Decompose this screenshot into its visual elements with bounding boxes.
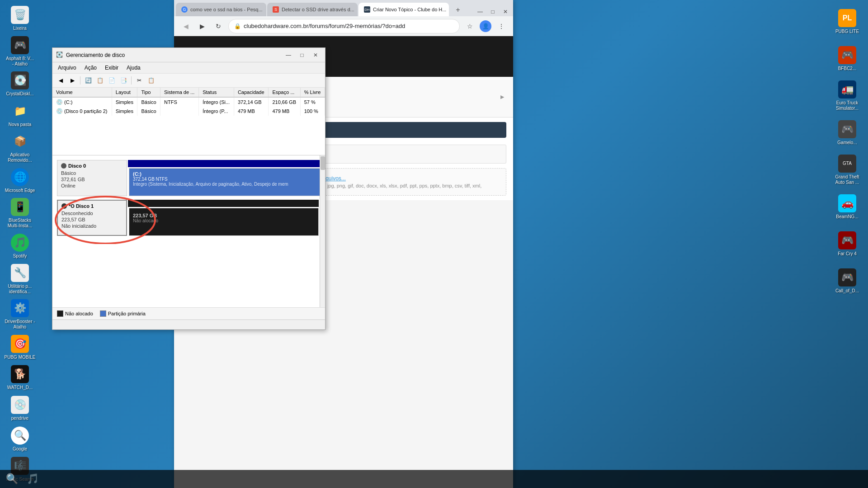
toolbar-refresh[interactable]: 🔄 xyxy=(83,75,94,86)
window-titlebar: 💽 Gerenciamento de disco — □ ✕ xyxy=(52,48,325,62)
col-layout: Layout xyxy=(112,88,137,97)
tab-favicon-3: DH xyxy=(364,6,370,13)
desktop-icon-pubglite[interactable]: PL PUBG LITE xyxy=(829,4,865,40)
col-capacity: Capacidade xyxy=(234,88,269,97)
part0-desc: Íntegro (Sistema, Inicialização, Arquivo… xyxy=(133,182,325,187)
tab-label-1: como vee o ssd na bios - Pesq... xyxy=(190,7,263,12)
vol-type-1: Básico xyxy=(137,107,160,116)
disk1-size: 223,57 GB xyxy=(61,217,123,222)
profile-button[interactable]: 👤 xyxy=(480,20,491,32)
desktop-icons-right: PL PUBG LITE 🎮 BFBC2... 🚛 Euro Truck Sim… xyxy=(827,0,868,488)
disk1-partitions: 223,57 GB Não alocado xyxy=(129,208,319,236)
vol-pct-0: 57 % xyxy=(300,97,325,107)
vol-free-1: 479 MB xyxy=(269,107,300,116)
toolbar-btn-c[interactable]: 📑 xyxy=(118,75,129,86)
menu-acao[interactable]: Ação xyxy=(81,63,100,72)
disk0-type: Básico xyxy=(61,170,123,176)
desktop-icon-farcry4[interactable]: 🎮 Far Cry 4 xyxy=(829,226,865,262)
tab-label-3: Criar Novo Tópico - Clube do H... xyxy=(373,7,446,12)
desktop-icon-watchdogs[interactable]: 🐕 WATCH_D... xyxy=(2,363,38,393)
disk0-size: 372,61 GB xyxy=(61,177,123,182)
toolbar-btn-b[interactable]: 📄 xyxy=(106,75,117,86)
vol-pct-1: 100 % xyxy=(300,107,325,116)
volume-table-container: Volume Layout Tipo Sistema de ... Status… xyxy=(52,88,325,155)
legend-primary-color xyxy=(100,310,106,317)
tab-favicon-1: G xyxy=(181,6,188,13)
disk-legend: Não alocado Partição primária xyxy=(52,307,325,319)
forward-button[interactable]: ▶ xyxy=(196,20,208,33)
desktop-icon-pendrive[interactable]: 💿 pendrive xyxy=(2,394,38,423)
new-tab-button[interactable]: + xyxy=(452,4,464,16)
desktop-icon-driverbooster[interactable]: ⚙️ DriverBooster - Atalho xyxy=(2,297,38,332)
disk1-label: *O Disco 1 Desconhecido 223,57 GB Não in… xyxy=(57,200,127,236)
col-volume: Volume xyxy=(52,88,112,97)
col-tipo: Tipo xyxy=(137,88,160,97)
browser-tab-3[interactable]: DH Criar Novo Tópico - Clube do H... ✕ xyxy=(359,3,449,16)
desktop-icon-callofduty[interactable]: 🎮 Call_of_D... xyxy=(829,263,865,299)
part1-size: 223,57 GB xyxy=(133,213,315,218)
vol-cap-0: 372,14 GB xyxy=(234,97,269,107)
desktop-icon-spotify[interactable]: 🎵 Spotify xyxy=(2,231,38,261)
desktop-icon-pubg-mobile[interactable]: 🎯 PUBG MOBILE xyxy=(2,333,38,362)
col-fs: Sistema de ... xyxy=(160,88,199,97)
desktop-icon-asphalt[interactable]: 🎮 Asphalt 8: V...- Atalho xyxy=(2,34,38,69)
browser-maximize[interactable]: □ xyxy=(487,7,499,16)
address-bar[interactable]: 🔒 clubedohardware.com.br/forums/forum/29… xyxy=(228,19,460,33)
window-menubar: Arquivo Ação Exibir Ajuda xyxy=(52,62,325,74)
disk1-name: *O Disco 1 xyxy=(69,203,94,209)
table-row[interactable]: 💿 (Disco 0 partição 2) Simples Básico Ín… xyxy=(52,107,325,116)
toolbar-btn-a[interactable]: 📋 xyxy=(94,75,105,86)
menu-ajuda[interactable]: Ajuda xyxy=(123,63,144,72)
part0-name: (C:) xyxy=(133,171,325,177)
col-status: Status xyxy=(199,88,234,97)
toolbar-btn-e[interactable]: 📋 xyxy=(146,75,156,86)
reload-button[interactable]: ↻ xyxy=(212,20,225,33)
desktop-icon-gtasa[interactable]: GTA Grand Theft Auto San ... xyxy=(829,152,865,188)
toolbar-back[interactable]: ◀ xyxy=(55,75,66,86)
tab-close-2[interactable]: ✕ xyxy=(357,6,358,13)
menu-exibir[interactable]: Exibir xyxy=(101,63,122,72)
disk1-unallocated[interactable]: 223,57 GB Não alocado xyxy=(129,208,318,235)
browser-tab-1[interactable]: G como vee o ssd na bios - Pesq... ✕ xyxy=(176,3,266,16)
disk0-partition-c[interactable]: (C:) 372,14 GB NTFS Íntegro (Sistema, In… xyxy=(129,169,325,196)
desktop-icon-google[interactable]: 🔍 Google xyxy=(2,424,38,454)
desktop-icon-msedge[interactable]: 🌐 Microsoft Edge xyxy=(2,166,38,196)
desktop-icon-lixeira[interactable]: 🗑️ Lixeira xyxy=(2,4,38,33)
disk-area-scrollbar[interactable] xyxy=(320,155,325,307)
desktop-icon-eurotruck[interactable]: 🚛 Euro Truck Simulator... xyxy=(829,78,865,114)
browser-tab-2[interactable]: S Detectar o SSD drive através d... ✕ xyxy=(267,3,358,16)
desktop-icon-nova-pasta[interactable]: 📁 Nova pasta xyxy=(2,100,38,130)
desktop-icon-aplicativo[interactable]: 📦 Aplicativo Removido... xyxy=(2,131,38,165)
legend-unallocated-color xyxy=(57,310,63,317)
menu-arquivo[interactable]: Arquivo xyxy=(54,63,80,72)
menu-button[interactable]: ⋮ xyxy=(495,20,508,33)
taskbar-icon-chrome[interactable]: 🔍 xyxy=(2,471,22,487)
legend-unallocated: Não alocado xyxy=(57,310,93,317)
desktop-icon-bluestacks[interactable]: 📱 BlueStacks Multi-Insta... xyxy=(2,196,38,230)
desktop-icon-crystaldisk[interactable]: 💽 CrystalDiskl... xyxy=(2,70,38,99)
bookmark-button[interactable]: ☆ xyxy=(463,20,476,33)
toolbar-sep-a xyxy=(80,76,80,84)
desktop-icon-beamng[interactable]: 🚗 BeamNG... xyxy=(829,189,865,225)
browser-close[interactable]: ✕ xyxy=(500,7,511,16)
back-button[interactable]: ◀ xyxy=(179,20,192,33)
window-maximize[interactable]: □ xyxy=(296,51,308,60)
disk-mgmt-icon: 💽 xyxy=(56,52,63,59)
browser-minimize[interactable]: — xyxy=(474,7,486,16)
window-minimize[interactable]: — xyxy=(283,51,294,60)
toolbar-btn-d[interactable]: ✂ xyxy=(134,75,145,86)
desktop-icon-utilitario[interactable]: 🔧 Utilitário p... identifica... xyxy=(2,262,38,296)
legend-primary-label: Partição primária xyxy=(108,311,146,316)
window-close[interactable]: ✕ xyxy=(310,51,321,60)
disk-visual-wrapper: Disco 0 Básico 372,61 GB Online (C:) 372… xyxy=(52,155,325,307)
disk-management-window: 💽 Gerenciamento de disco — □ ✕ Arquivo A… xyxy=(52,47,326,330)
legend-primary: Partição primária xyxy=(100,310,146,317)
taskbar-icon-music[interactable]: 🎵 xyxy=(23,471,42,487)
vol-type-0: Básico xyxy=(137,97,160,107)
table-row[interactable]: 💿 (C:) Simples Básico NTFS Íntegro (Si..… xyxy=(52,97,325,107)
tab-close-1[interactable]: ✕ xyxy=(265,6,266,13)
desktop-icon-bfbc2[interactable]: 🎮 BFBC2... xyxy=(829,41,865,77)
desktop-icon-gamelo[interactable]: 🎮 Gamelo... xyxy=(829,115,865,151)
browser-nav: ◀ ▶ ↻ 🔒 clubedohardware.com.br/forums/fo… xyxy=(174,16,513,36)
toolbar-forward[interactable]: ▶ xyxy=(67,75,78,86)
